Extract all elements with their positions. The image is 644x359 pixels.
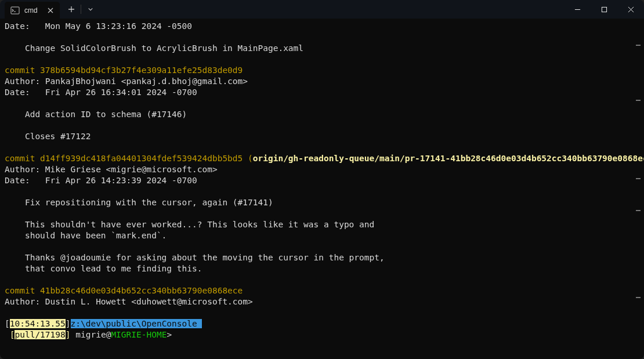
commit-author: Author: Mike Griese <migrie@microsoft.co… <box>5 165 218 174</box>
svg-rect-0 <box>11 7 19 14</box>
prompt-gt: > <box>167 330 172 339</box>
prompt-bracket: ] <box>66 319 71 328</box>
window-controls <box>564 0 644 19</box>
maximize-button[interactable] <box>591 0 617 19</box>
branch-bracket: [ <box>5 330 15 339</box>
terminal-output[interactable]: Date: Mon May 6 13:23:16 2024 -0500 Chan… <box>0 19 644 359</box>
commit-msg: Thanks @joadoumie for asking about the m… <box>5 253 385 262</box>
commit-author: Author: Dustin L. Howett <duhowett@micro… <box>5 297 253 306</box>
commit-msg: This shouldn't have ever worked...? This… <box>5 220 374 229</box>
titlebar: cmd <box>0 0 644 19</box>
new-tab-button[interactable] <box>63 1 79 17</box>
prompt-bracket: [ <box>5 319 10 328</box>
branch-bracket: ] <box>66 330 75 339</box>
prompt-path: z:\dev\public\OpenConsole <box>71 319 202 328</box>
scroll-mark <box>636 178 641 179</box>
commit-hash: commit 41bb28c46d0e03d4b652cc340bb63790e… <box>5 286 243 295</box>
scroll-mark <box>636 100 641 101</box>
tabbar-buttons <box>63 0 99 19</box>
minimize-button[interactable] <box>564 0 591 19</box>
commit-hash: commit d14ff939dc418fa04401304fdef539424… <box>5 154 248 163</box>
commit-date: Date: Fri Apr 26 14:23:39 2024 -0700 <box>5 176 197 185</box>
commit-msg: Add action ID to schema (#17146) <box>5 110 187 119</box>
close-window-button[interactable] <box>617 0 644 19</box>
prompt-branch: pull/17198 <box>15 330 65 339</box>
close-tab-icon[interactable] <box>46 6 55 15</box>
commit-msg: that convo lead to me finding this. <box>5 264 202 273</box>
commit-msg: Closes #17122 <box>5 132 91 141</box>
scroll-mark <box>636 210 641 211</box>
tab-cmd[interactable]: cmd <box>5 2 60 19</box>
commit-hash: commit 378b6594bd94cf3b27f4e309a11efe25d… <box>5 66 243 75</box>
commit-msg: Fix repositioning with the cursor, again… <box>5 198 273 207</box>
log-line: Change SolidColorBrush to AcrylicBrush i… <box>5 43 303 53</box>
commit-msg: should have been `mark.end`. <box>5 231 167 240</box>
terminal-icon <box>10 6 20 15</box>
prompt-user: migrie <box>75 330 106 339</box>
svg-rect-7 <box>602 7 606 12</box>
prompt-host: MIGRIE-HOME <box>111 330 167 339</box>
prompt-time: 10:54:13.55 <box>10 319 66 328</box>
scroll-mark <box>636 45 641 46</box>
commit-date: Date: Fri Apr 26 16:34:01 2024 -0700 <box>5 88 197 97</box>
log-line: Date: Mon May 6 13:23:16 2024 -0500 <box>5 21 192 31</box>
commit-author: Author: PankajBhojwani <pankaj.d.bhoj@gm… <box>5 77 248 86</box>
tab-dropdown-button[interactable] <box>82 1 99 17</box>
ref-paren: ( <box>248 154 253 163</box>
scroll-mark <box>636 297 641 298</box>
tab-label: cmd <box>24 6 38 14</box>
tabbar-divider <box>81 5 81 14</box>
commit-ref: origin/gh-readonly-queue/main/pr-17141-4… <box>253 154 644 163</box>
